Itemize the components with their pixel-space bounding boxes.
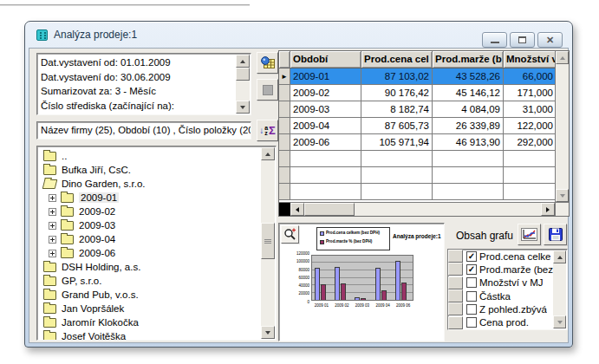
filter-line[interactable]: Číslo střediska (začínající na):: [41, 99, 233, 114]
cell-prodcena[interactable]: 90 176,42: [361, 85, 433, 101]
table-horizontal-scrollbar[interactable]: [279, 202, 555, 216]
tree-item[interactable]: ..: [37, 149, 276, 163]
show-chart-button[interactable]: [518, 224, 541, 245]
checkbox[interactable]: [466, 291, 477, 302]
tree-item[interactable]: Josef Vojtěška: [37, 329, 276, 341]
close-button[interactable]: ✕: [537, 32, 563, 48]
table-row[interactable]: 2009-02 90 176,42 45 146,12 171,000: [279, 85, 569, 101]
cell-prodcena[interactable]: 105 971,94: [361, 134, 433, 150]
chart-contents-checklist[interactable]: ✓ Prod.cena celke ✓ Prod.marže (bez Množ…: [447, 249, 568, 330]
mini-chart-bar: [321, 284, 326, 300]
minimize-button[interactable]: [482, 32, 507, 48]
scroll-up-button[interactable]: [261, 147, 275, 160]
checkbox[interactable]: [466, 304, 477, 315]
tree-item[interactable]: Grand Pub, v.o.s.: [37, 288, 276, 302]
expand-plus-icon[interactable]: [49, 194, 56, 202]
stop-button[interactable]: [257, 79, 278, 101]
expand-plus-icon[interactable]: [49, 222, 56, 230]
cell-obdobi[interactable]: 2009-06: [290, 134, 361, 150]
results-table[interactable]: Období Prod.cena cel Prod.marže (b Množs…: [278, 50, 570, 217]
scroll-down-button[interactable]: [553, 315, 566, 328]
checkbox[interactable]: [466, 277, 477, 288]
tree-item[interactable]: Jan Vopršálek: [37, 302, 276, 315]
checklist-row[interactable]: Z pohled.zbývá: [448, 302, 567, 315]
cell-obdobi[interactable]: 2009-03: [290, 101, 361, 117]
cell-prodcena[interactable]: 87 103,02: [361, 68, 433, 84]
column-header[interactable]: Prod.marže (b: [433, 51, 504, 68]
restore-button[interactable]: [510, 32, 535, 48]
filter-line[interactable]: Dat.vystavení od: 01.01.2009: [41, 55, 233, 70]
checklist-row[interactable]: Množství v MJ: [448, 276, 567, 289]
scroll-down-button[interactable]: [261, 326, 275, 339]
tree-item[interactable]: DSH Holding, a.s.: [37, 260, 276, 274]
table-row[interactable]: 2009-03 8 182,74 4 084,09 31,000: [279, 101, 569, 118]
tree-item[interactable]: 2009-02: [37, 205, 276, 218]
sort-order-field[interactable]: Název firmy (25), Období (10) , Číslo po…: [36, 121, 251, 140]
tree-item[interactable]: 2009-04: [37, 232, 276, 246]
checklist-row[interactable]: Cena prod.: [448, 315, 567, 328]
row-marker: ►: [279, 68, 290, 84]
zoom-chart-button[interactable]: [281, 225, 299, 244]
tree-item[interactable]: GP, s.r.o.: [37, 274, 276, 288]
cell-obdobi[interactable]: 2009-01: [290, 68, 361, 84]
tree-item[interactable]: Bufka Jiří, CsC.: [37, 163, 276, 177]
cell-mnozstvi[interactable]: 292,000: [504, 134, 556, 150]
scroll-down-button[interactable]: [556, 189, 569, 202]
cell-mnozstvi[interactable]: 31,000: [504, 101, 556, 117]
cell-mnozstvi[interactable]: 171,000: [504, 85, 556, 101]
cell-mnozstvi[interactable]: 122,000: [504, 118, 556, 133]
tree-item[interactable]: 2009-01: [37, 191, 276, 205]
checkbox[interactable]: ✓: [466, 264, 477, 275]
cell-prodmarze[interactable]: 43 528,26: [433, 68, 504, 84]
column-header[interactable]: Množství v: [504, 51, 556, 68]
filter-line[interactable]: Dat.vystavení do: 30.06.2009: [41, 70, 233, 85]
filter-line[interactable]: Sumarizovat za: 3 - Měsíc: [41, 84, 233, 99]
titlebar[interactable]: Analýza prodeje:1 ✕: [25, 22, 572, 48]
scroll-up-button[interactable]: [553, 250, 566, 263]
checklist-row[interactable]: ✓ Prod.marže (bez: [448, 263, 567, 276]
cell-prodcena[interactable]: 8 182,74: [361, 101, 433, 117]
expand-plus-icon[interactable]: [49, 250, 56, 257]
scroll-down-button[interactable]: [236, 101, 250, 114]
table-row[interactable]: ► 2009-01 87 103,02 43 528,26 66,000: [279, 68, 569, 85]
filter-scrollbar[interactable]: [236, 55, 250, 114]
company-tree[interactable]: .. Bufka Jiří, CsC. Dino Garden, s.r.o. …: [36, 146, 277, 341]
table-row[interactable]: 2009-04 87 605,73 26 339,89 122,000: [279, 118, 569, 134]
cell-prodmarze[interactable]: 46 913,90: [433, 134, 504, 150]
tree-item[interactable]: 2009-03: [37, 218, 276, 232]
filter-listbox[interactable]: Dat.vystavení od: 01.01.2009 Dat.vystave…: [36, 53, 251, 115]
scroll-thumb[interactable]: [236, 68, 250, 81]
cell-obdobi[interactable]: 2009-02: [290, 85, 361, 101]
checklist-row[interactable]: ✓ Prod.cena celke: [448, 250, 567, 263]
tree-item[interactable]: Jaromír Klokočka: [37, 315, 276, 329]
scroll-up-button[interactable]: [236, 55, 250, 68]
checklist-row[interactable]: Částka: [448, 289, 567, 302]
preview-table-button[interactable]: [257, 52, 278, 74]
scroll-thumb[interactable]: [304, 203, 355, 216]
cell-prodcena[interactable]: 87 605,73: [361, 118, 433, 133]
chart-preview-panel: Analýza prodeje:1 1200001000008000060000…: [278, 223, 445, 341]
column-header[interactable]: Období: [290, 51, 361, 68]
cell-prodmarze[interactable]: 26 339,89: [433, 118, 504, 133]
checkbox[interactable]: [466, 317, 477, 328]
expand-plus-icon[interactable]: [49, 208, 56, 216]
save-chart-button[interactable]: [544, 224, 567, 245]
cell-mnozstvi[interactable]: 66,000: [504, 68, 556, 84]
scroll-right-button[interactable]: [541, 203, 555, 216]
scroll-thumb[interactable]: [261, 223, 275, 259]
table-vertical-scrollbar[interactable]: [555, 51, 569, 202]
tree-scrollbar[interactable]: [261, 147, 275, 339]
sort-button[interactable]: ↓ az Σ: [257, 120, 278, 141]
cell-obdobi[interactable]: 2009-04: [290, 118, 361, 133]
scroll-up-button[interactable]: [556, 51, 569, 64]
cell-prodmarze[interactable]: 4 084,09: [433, 101, 504, 117]
expand-plus-icon[interactable]: [49, 236, 56, 244]
table-row[interactable]: 2009-06 105 971,94 46 913,90 292,000: [279, 134, 569, 151]
tree-item[interactable]: 2009-06: [37, 246, 276, 260]
tree-item[interactable]: Dino Garden, s.r.o.: [37, 177, 276, 191]
cell-prodmarze[interactable]: 45 146,12: [433, 85, 504, 101]
checklist-scrollbar[interactable]: [553, 250, 566, 328]
column-header[interactable]: Prod.cena cel: [361, 51, 433, 68]
checkbox[interactable]: ✓: [466, 251, 477, 262]
scroll-left-button[interactable]: [290, 203, 304, 216]
